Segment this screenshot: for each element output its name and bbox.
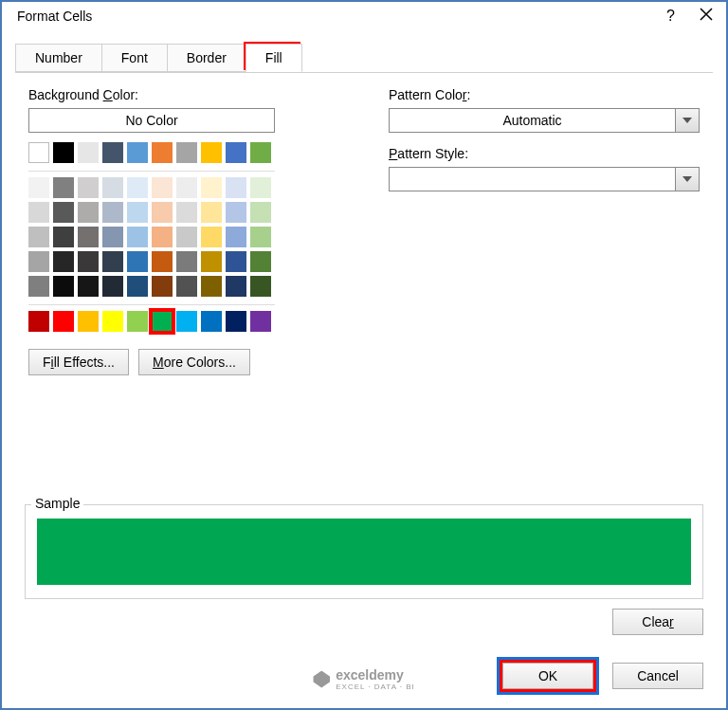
color-swatch[interactable] — [152, 177, 173, 198]
color-swatch[interactable] — [226, 227, 246, 247]
color-swatch[interactable] — [250, 276, 271, 297]
tab-border[interactable]: Border — [167, 44, 246, 72]
color-swatch[interactable] — [53, 142, 74, 163]
divider-icon — [28, 171, 275, 172]
cancel-button[interactable]: Cancel — [612, 663, 703, 689]
tab-separator — [15, 72, 713, 73]
color-swatch[interactable] — [250, 142, 271, 163]
color-swatch[interactable] — [78, 142, 99, 163]
selected-swatch-highlight — [152, 311, 173, 332]
color-swatch[interactable] — [102, 276, 123, 297]
color-swatch[interactable] — [102, 202, 123, 223]
color-swatch[interactable] — [78, 202, 99, 223]
color-swatch[interactable] — [28, 177, 49, 198]
color-swatch[interactable] — [102, 311, 123, 332]
tab-fill[interactable]: Fill — [246, 44, 302, 72]
color-swatch[interactable] — [226, 202, 246, 223]
color-swatch[interactable] — [152, 227, 173, 247]
color-swatch[interactable] — [201, 202, 222, 223]
color-swatch[interactable] — [127, 227, 148, 247]
color-swatch[interactable] — [127, 276, 148, 297]
close-icon[interactable] — [700, 8, 713, 25]
ok-highlight-inner: OK — [500, 660, 596, 692]
color-swatch[interactable] — [53, 202, 74, 223]
color-swatch[interactable] — [127, 142, 148, 163]
color-swatch[interactable] — [102, 177, 123, 198]
color-swatch[interactable] — [102, 142, 123, 163]
color-swatch[interactable] — [152, 251, 173, 272]
color-swatch[interactable] — [176, 251, 197, 272]
pattern-style-label: Pattern Style: — [389, 146, 700, 161]
color-swatch[interactable] — [201, 227, 222, 247]
color-swatch[interactable] — [176, 177, 197, 198]
color-swatch[interactable] — [127, 311, 148, 332]
clear-button[interactable]: Clear — [612, 609, 703, 635]
ok-button[interactable]: OK — [502, 663, 593, 689]
fill-effects-button[interactable]: Fill Effects... — [28, 349, 129, 375]
pattern-color-dropdown[interactable]: Automatic — [389, 108, 700, 133]
chevron-down-icon[interactable] — [675, 108, 700, 133]
tab-font[interactable]: Font — [101, 44, 168, 72]
color-swatch[interactable] — [102, 251, 123, 272]
sample-frame: Sample — [25, 504, 703, 599]
help-icon[interactable]: ? — [666, 8, 675, 25]
color-swatch[interactable] — [226, 251, 246, 272]
color-swatch[interactable] — [201, 177, 222, 198]
color-swatch[interactable] — [53, 227, 74, 247]
background-color-label: Background Color: — [28, 87, 313, 102]
color-swatch[interactable] — [53, 177, 74, 198]
pattern-color-value: Automatic — [389, 108, 676, 133]
color-swatch[interactable] — [250, 227, 271, 247]
color-swatch[interactable] — [152, 276, 173, 297]
pattern-style-dropdown[interactable] — [389, 167, 700, 191]
no-color-button[interactable]: No Color — [28, 108, 275, 133]
color-swatch[interactable] — [78, 251, 99, 272]
dialog-title: Format Cells — [17, 9, 92, 24]
color-swatch[interactable] — [53, 276, 74, 297]
chevron-down-icon[interactable] — [675, 167, 700, 191]
color-swatch[interactable] — [28, 227, 49, 247]
color-swatch[interactable] — [102, 227, 123, 247]
color-swatch[interactable] — [226, 177, 246, 198]
more-colors-button[interactable]: More Colors... — [138, 349, 250, 375]
color-swatch[interactable] — [28, 202, 49, 223]
color-swatch[interactable] — [127, 177, 148, 198]
pattern-style-value — [389, 167, 676, 191]
ok-highlight-outer: OK — [497, 657, 599, 695]
color-swatch[interactable] — [152, 142, 173, 163]
color-swatch[interactable] — [127, 251, 148, 272]
color-swatch[interactable] — [53, 311, 74, 332]
color-swatch[interactable] — [226, 142, 246, 163]
color-swatch[interactable] — [78, 311, 99, 332]
color-swatch[interactable] — [226, 276, 246, 297]
color-swatch[interactable] — [127, 202, 148, 223]
theme-grid — [28, 177, 313, 297]
color-swatch[interactable] — [78, 227, 99, 247]
color-swatch[interactable] — [53, 251, 74, 272]
color-swatch[interactable] — [201, 276, 222, 297]
color-swatch[interactable] — [28, 142, 49, 163]
tab-number[interactable]: Number — [15, 44, 102, 72]
color-swatch[interactable] — [226, 311, 246, 332]
color-swatch[interactable] — [176, 227, 197, 247]
color-swatch[interactable] — [152, 311, 173, 332]
color-swatch[interactable] — [250, 311, 271, 332]
color-swatch[interactable] — [28, 311, 49, 332]
color-swatch[interactable] — [201, 251, 222, 272]
color-swatch[interactable] — [28, 251, 49, 272]
color-swatch[interactable] — [176, 202, 197, 223]
color-swatch[interactable] — [176, 311, 197, 332]
color-swatch[interactable] — [152, 202, 173, 223]
color-swatch[interactable] — [28, 276, 49, 297]
pattern-color-label: Pattern Color: — [389, 87, 700, 102]
color-swatch[interactable] — [176, 142, 197, 163]
color-swatch[interactable] — [78, 276, 99, 297]
color-swatch[interactable] — [201, 142, 222, 163]
color-swatch[interactable] — [201, 311, 222, 332]
color-swatch[interactable] — [250, 251, 271, 272]
sample-preview — [37, 519, 691, 585]
color-swatch[interactable] — [250, 202, 271, 223]
color-swatch[interactable] — [250, 177, 271, 198]
color-swatch[interactable] — [78, 177, 99, 198]
color-swatch[interactable] — [176, 276, 197, 297]
